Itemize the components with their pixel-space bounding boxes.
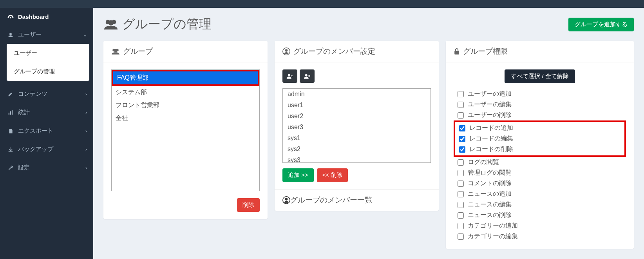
page-title: グループの管理 xyxy=(122,16,212,33)
member-item[interactable]: sys3 xyxy=(283,155,431,163)
sidebar-item-contents[interactable]: コンテンツ › xyxy=(0,85,93,103)
permission-item[interactable]: ユーザーの削除 xyxy=(454,110,626,120)
user-circle-icon xyxy=(282,196,290,204)
permission-checkbox[interactable] xyxy=(459,125,465,131)
member-item[interactable]: sys1 xyxy=(283,133,431,144)
permissions-list: ユーザーの追加ユーザーの編集ユーザーの削除レコードの追加レコードの編集レコードの… xyxy=(454,89,626,242)
permission-label: ニュースの追加 xyxy=(468,190,512,198)
member-item[interactable]: user3 xyxy=(283,122,431,133)
svg-rect-4 xyxy=(12,110,13,115)
panel-title: グループ xyxy=(123,46,153,57)
group-item[interactable]: システム部 xyxy=(112,86,259,99)
permission-checkbox[interactable] xyxy=(458,159,464,166)
permission-label: コメントの削除 xyxy=(468,179,512,188)
permission-label: ニュースの編集 xyxy=(468,201,512,209)
groups-panel: グループ FAQ管理部システム部フロント営業部全社 削除 xyxy=(103,41,268,219)
sidebar-sub-group[interactable]: グループの管理 xyxy=(7,62,89,81)
member-item[interactable]: user1 xyxy=(283,100,431,111)
sidebar-label: Dashboard xyxy=(18,13,49,20)
permission-item[interactable]: 管理ログの閲覧 xyxy=(454,168,626,178)
permission-label: ユーザーの編集 xyxy=(468,100,512,109)
permission-checkbox[interactable] xyxy=(458,112,464,119)
permission-item[interactable]: ユーザーの編集 xyxy=(454,99,626,110)
stats-icon xyxy=(6,110,15,115)
permission-label: レコードの追加 xyxy=(469,124,513,132)
permission-item[interactable]: ニュースの編集 xyxy=(454,199,626,210)
sidebar-item-user[interactable]: ユーザー ⌄ xyxy=(0,26,93,44)
permission-item[interactable]: ユーザーの追加 xyxy=(454,89,626,99)
permission-label: カテゴリーの追加 xyxy=(468,222,518,230)
chevron-right-icon: › xyxy=(85,91,87,97)
chevron-right-icon: › xyxy=(85,110,87,115)
delete-group-button[interactable]: 削除 xyxy=(237,198,260,212)
add-group-button[interactable]: グループを追加する xyxy=(568,18,634,31)
permission-label: ニュースの削除 xyxy=(468,211,512,219)
sidebar-item-settings[interactable]: 設定 › xyxy=(0,159,93,177)
permission-checkbox[interactable] xyxy=(458,170,464,176)
member-item[interactable]: sys2 xyxy=(283,144,431,155)
sidebar: Dashboard ユーザー ⌄ ユーザー グループの管理 コンテンツ › 統計… xyxy=(0,8,93,259)
permission-label: 管理ログの閲覧 xyxy=(468,169,512,177)
permission-checkbox[interactable] xyxy=(458,181,464,187)
add-button[interactable]: 追加 >> xyxy=(282,168,314,182)
permission-checkbox[interactable] xyxy=(458,212,464,219)
remove-button[interactable]: << 削除 xyxy=(317,168,348,182)
group-item[interactable]: フロント営業部 xyxy=(112,99,259,112)
permission-item[interactable]: レコードの編集 xyxy=(455,133,624,144)
permission-checkbox[interactable] xyxy=(458,102,464,108)
top-bar xyxy=(0,0,644,8)
download-icon xyxy=(6,147,15,152)
toggle-all-button[interactable]: すべて選択 / 全て解除 xyxy=(505,69,575,83)
main-content: グループの管理 グループを追加する グループ FAQ管理部システム部フロント営業… xyxy=(93,8,644,259)
svg-point-15 xyxy=(305,74,308,77)
wrench-icon xyxy=(6,165,15,171)
permission-checkbox[interactable] xyxy=(458,202,464,208)
sidebar-label: 設定 xyxy=(18,164,30,171)
permission-highlight-box: レコードの追加レコードの編集レコードの削除 xyxy=(454,120,626,157)
permission-checkbox[interactable] xyxy=(458,191,464,197)
members-listbox[interactable]: adminuser1user2user3sys1sys2sys3 xyxy=(282,88,431,163)
sidebar-label: エクスポート xyxy=(18,127,53,135)
permission-label: ユーザーの追加 xyxy=(468,90,512,98)
permission-item[interactable]: ログの閲覧 xyxy=(454,157,626,168)
sidebar-item-export[interactable]: エクスポート › xyxy=(0,122,93,140)
svg-rect-5 xyxy=(9,151,13,151)
permission-item[interactable]: レコードの追加 xyxy=(455,123,624,133)
permission-item[interactable]: ニュースの削除 xyxy=(454,210,626,221)
groups-listbox[interactable]: FAQ管理部システム部フロント営業部全社 xyxy=(111,69,260,191)
sidebar-label: バックアップ xyxy=(18,146,53,153)
page-header: グループの管理 グループを追加する xyxy=(103,16,634,33)
permission-checkbox[interactable] xyxy=(459,136,465,142)
permission-checkbox[interactable] xyxy=(459,146,465,153)
permission-checkbox[interactable] xyxy=(458,233,464,240)
svg-point-8 xyxy=(108,20,113,26)
add-member-icon-button[interactable] xyxy=(282,69,297,83)
svg-point-11 xyxy=(114,49,117,52)
lock-icon xyxy=(454,48,460,55)
members-list-title: グループのメンバー一覧 xyxy=(290,195,372,205)
group-item[interactable]: FAQ管理部 xyxy=(112,70,259,86)
permission-item[interactable]: レコードの削除 xyxy=(455,144,624,155)
remove-member-icon-button[interactable] xyxy=(300,69,315,83)
permission-item[interactable]: ニュースの追加 xyxy=(454,189,626,199)
permission-checkbox[interactable] xyxy=(458,91,464,97)
svg-point-13 xyxy=(285,49,288,52)
permission-item[interactable]: カテゴリーの編集 xyxy=(454,231,626,242)
permission-label: レコードの編集 xyxy=(469,135,513,143)
user-icon xyxy=(6,32,15,38)
permission-item[interactable]: コメントの削除 xyxy=(454,178,626,189)
svg-rect-2 xyxy=(9,113,9,115)
permission-checkbox[interactable] xyxy=(458,223,464,229)
member-item[interactable]: admin xyxy=(283,89,431,100)
permission-item[interactable]: カテゴリーの追加 xyxy=(454,221,626,231)
chevron-down-icon: ⌄ xyxy=(83,32,87,38)
sidebar-sub-user[interactable]: ユーザー xyxy=(7,44,89,62)
sidebar-item-backup[interactable]: バックアップ › xyxy=(0,140,93,159)
group-item[interactable]: 全社 xyxy=(112,112,259,125)
member-item[interactable]: user2 xyxy=(283,111,431,122)
sidebar-item-stats[interactable]: 統計 › xyxy=(0,103,93,122)
dashboard-icon xyxy=(6,14,15,20)
sidebar-label: コンテンツ xyxy=(18,90,47,98)
sidebar-item-dashboard[interactable]: Dashboard xyxy=(0,8,93,26)
permission-label: ユーザーの削除 xyxy=(468,111,512,119)
